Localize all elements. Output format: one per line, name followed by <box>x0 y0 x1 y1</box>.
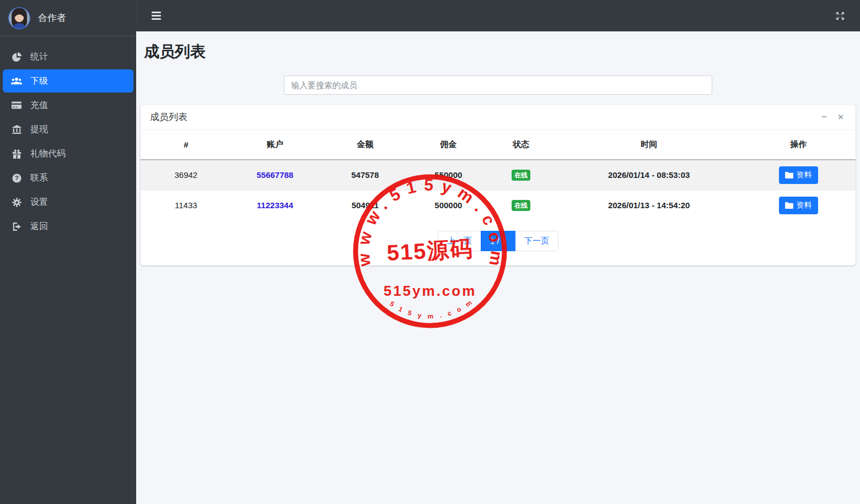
fullscreen-icon[interactable] <box>834 9 847 23</box>
card-title: 成员列表 <box>150 111 187 123</box>
status-cell: 在线 <box>485 190 557 220</box>
action-cell: 资料 <box>741 190 856 220</box>
member-id-cell: 11433 <box>141 190 232 220</box>
sign-out-icon <box>11 222 22 231</box>
column-header: # <box>141 130 232 160</box>
pagination-prev-button[interactable]: 上一页 <box>438 231 481 251</box>
account-link[interactable]: 55667788 <box>256 170 293 180</box>
column-header: 状态 <box>485 130 557 160</box>
time-cell: 2026/01/14 - 08:53:03 <box>557 160 741 190</box>
user-avatar <box>8 7 30 29</box>
sidebar: 合作者 统计 下级 充值 提现 礼物代码 ? 联系 设置 返回 <box>0 0 136 504</box>
sidebar-item-credit-card[interactable]: 充值 <box>3 94 133 117</box>
column-header: 操作 <box>741 130 856 160</box>
status-badge: 在线 <box>512 200 530 211</box>
user-name: 合作者 <box>38 12 66 24</box>
card-tools: − × <box>819 111 846 123</box>
member-list-card: 成员列表 − × #账户金额佣金状态时间操作 36942 55 <box>141 105 856 265</box>
sidebar-item-users[interactable]: 下级 <box>3 69 133 93</box>
page-title: 成员列表 <box>144 41 856 62</box>
status-cell: 在线 <box>485 160 557 190</box>
pagination-next-button[interactable]: 下一页 <box>515 231 558 251</box>
column-header: 金额 <box>319 130 412 160</box>
users-icon <box>11 77 22 85</box>
table-body: 36942 55667788 547578 550000 在线 2026/01/… <box>141 160 856 220</box>
column-header: 时间 <box>557 130 741 160</box>
table-row: 11433 11223344 504911 500000 在线 2026/01/… <box>141 190 856 220</box>
search-input[interactable] <box>284 75 712 95</box>
folder-icon <box>785 202 793 209</box>
amount-cell: 547578 <box>319 160 412 190</box>
commission-cell: 500000 <box>412 190 486 220</box>
table-row: 36942 55667788 547578 550000 在线 2026/01/… <box>141 160 856 190</box>
member-id-cell: 36942 <box>141 160 232 190</box>
bank-icon <box>11 125 22 134</box>
sidebar-nav: 统计 下级 充值 提现 礼物代码 ? 联系 设置 返回 <box>0 36 136 247</box>
card-header: 成员列表 − × <box>141 105 856 130</box>
account-cell: 11223344 <box>232 190 319 220</box>
menu-toggle-button[interactable] <box>150 9 163 23</box>
svg-text:?: ? <box>15 175 19 181</box>
table-header-row: #账户金额佣金状态时间操作 <box>141 130 856 160</box>
column-header: 佣金 <box>412 130 486 160</box>
content: 成员列表 成员列表 − × <box>136 31 860 504</box>
gift-icon <box>11 149 22 159</box>
time-cell: 2026/01/13 - 14:54:20 <box>557 190 741 220</box>
sidebar-item-gear[interactable]: 设置 <box>3 191 133 214</box>
column-header: 账户 <box>232 130 319 160</box>
top-navbar <box>136 0 860 31</box>
sidebar-item-question-circle[interactable]: ? 联系 <box>3 166 133 189</box>
close-icon[interactable]: × <box>835 111 846 123</box>
sidebar-item-chart-pie[interactable]: 统计 <box>3 45 133 68</box>
chart-pie-icon <box>11 52 22 62</box>
amount-cell: 504911 <box>319 190 412 220</box>
credit-card-icon <box>11 101 22 109</box>
question-circle-icon: ? <box>11 174 22 183</box>
search-row <box>141 75 856 95</box>
sidebar-item-sign-out[interactable]: 返回 <box>3 215 133 238</box>
gear-icon <box>11 198 22 207</box>
pagination: 上一页 1 / 1 下一页 <box>141 220 856 265</box>
sidebar-item-bank[interactable]: 提现 <box>3 118 133 141</box>
main-area: 成员列表 成员列表 − × <box>136 0 860 504</box>
sidebar-item-gift[interactable]: 礼物代码 <box>3 142 133 165</box>
collapse-icon[interactable]: − <box>819 111 830 123</box>
sidebar-user-panel[interactable]: 合作者 <box>0 0 136 36</box>
folder-icon <box>785 172 793 178</box>
profile-button[interactable]: 资料 <box>779 197 818 214</box>
account-cell: 55667788 <box>232 160 319 190</box>
commission-cell: 550000 <box>412 160 486 190</box>
account-link[interactable]: 11223344 <box>257 200 293 210</box>
action-cell: 资料 <box>741 160 856 190</box>
pagination-current-button[interactable]: 1 / 1 <box>481 231 515 251</box>
members-table: #账户金额佣金状态时间操作 36942 55667788 547578 5500… <box>141 130 856 220</box>
status-badge: 在线 <box>512 170 530 181</box>
app: 合作者 统计 下级 充值 提现 礼物代码 ? 联系 设置 返回 <box>0 0 860 504</box>
profile-button[interactable]: 资料 <box>779 166 818 184</box>
